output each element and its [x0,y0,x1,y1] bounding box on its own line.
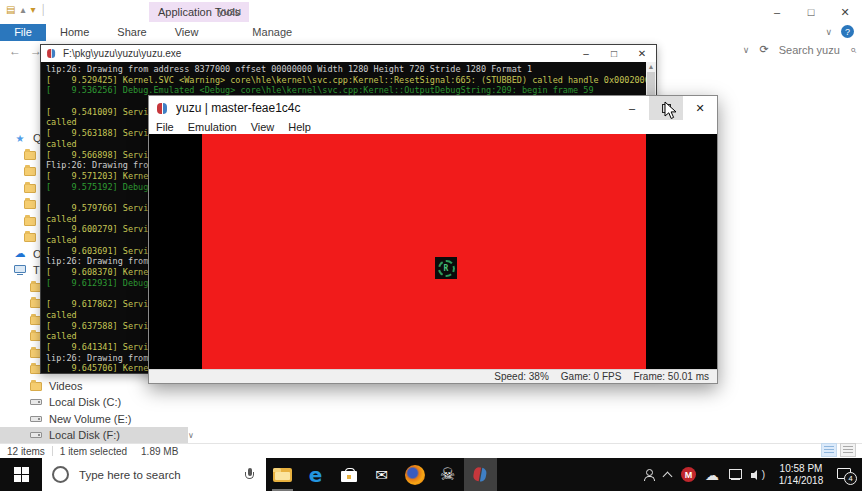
game-emblem: R [438,260,455,277]
sidebar-item-label: Local Disk (F:) [49,429,120,441]
address-dropdown-icon[interactable]: ∨ [743,45,750,55]
yuzu-app-icon [46,48,56,58]
people-icon[interactable] [642,468,655,481]
sidebar-item-icon [30,429,42,441]
system-tray: M ☁ ) 10:58 PM 1/14/2018 4 [642,458,862,491]
back-button[interactable]: ← [9,44,21,58]
windows-logo-icon [14,467,29,482]
sidebar-item[interactable]: New Volume (E:) [0,411,188,428]
yuzu-window: yuzu | master-feae1c4c – ✕ FileEmulation… [148,95,718,384]
details-view-toggle-icon[interactable] [821,443,837,457]
ribbon-tab[interactable]: File [0,24,46,41]
sidebar-item-icon [30,396,42,408]
yuzu-maximize-button[interactable] [649,96,683,120]
sidebar-item-icon [14,248,26,260]
yuzu-status-bar: Speed: 38% Game: 0 FPS Frame: 50.01 ms [149,369,717,383]
cortana-icon [52,466,69,483]
start-button[interactable] [0,458,42,491]
yuzu-menubar: FileEmulationViewHelp [149,120,717,134]
menu-item[interactable]: Help [281,121,318,133]
console-line: lip:26: Drawing from address 8377000 off… [46,64,646,75]
yuzu-app-icon [156,102,169,115]
tray-expand-chevron-icon[interactable] [664,471,672,479]
ribbon-collapse-icon[interactable]: ∨ [825,27,832,37]
taskbar-mail[interactable]: ✉ [365,458,398,491]
sidebar-item-label: Local Disk (C:) [49,396,121,408]
menu-item[interactable]: Emulation [181,121,244,133]
taskbar: Type here to search e ✉ ☠ M ☁ [0,458,862,491]
yuzu-window-title: yuzu | master-feae1c4c [176,101,301,115]
volume-icon[interactable]: ) [751,469,765,481]
status-game-fps: Game: 0 FPS [561,371,622,382]
ribbon-tab[interactable]: Share [103,24,160,41]
emulator-viewport: R [149,134,717,369]
file-explorer-icon [273,468,292,482]
qat-folder-icon[interactable]: ▤ [6,4,15,15]
yuzu-titlebar[interactable]: yuzu | master-feae1c4c – ✕ [149,96,717,120]
sidebar-item[interactable]: Local Disk (C:) [0,394,188,411]
ribbon-tab[interactable]: Home [46,24,103,41]
action-center-icon[interactable]: 4 [837,468,856,481]
sidebar-item-icon [30,413,42,425]
taskbar-skull-game[interactable]: ☠ [431,458,464,491]
sidebar-item-icon [24,182,36,194]
status-selected-count: 1 item selected [53,446,134,457]
taskbar-app-icons: e ✉ ☠ [266,458,497,491]
sidebar-item-label: New Volume (E:) [49,413,132,425]
taskbar-edge[interactable]: e [299,458,332,491]
qat-divider: │ [41,4,47,15]
ribbon-tab-row: FileHomeShareViewManage ∨ ? [0,24,862,42]
yuzu-minimize-button[interactable]: – [615,96,649,120]
edge-icon: e [309,465,323,485]
menu-item[interactable]: File [149,121,181,133]
sidebar-scroll-down-icon[interactable]: ∨ [188,431,194,440]
explorer-search-input[interactable]: Search yuzu [779,44,840,56]
sidebar-item-icon [24,165,36,177]
taskbar-search-box[interactable]: Type here to search [42,458,266,491]
sidebar-item-icon [24,231,36,243]
ribbon-tab[interactable]: View [161,24,213,41]
qat-up-icon[interactable]: ▴ [20,4,25,15]
taskbar-search-placeholder: Type here to search [79,469,245,481]
explorer-close-button[interactable]: ✕ [828,0,862,24]
sidebar-item-icon [24,198,36,210]
sidebar-item-icon [14,132,26,144]
status-speed: Speed: 38% [494,371,549,382]
yuzu-close-button[interactable]: ✕ [683,96,717,120]
network-icon[interactable] [728,469,742,480]
sidebar-item[interactable]: Local Disk (F:) [0,427,188,444]
taskbar-clock[interactable]: 10:58 PM 1/14/2018 [774,463,828,487]
taskbar-file-explorer[interactable] [266,458,299,491]
ribbon-tab[interactable]: Manage [238,24,306,41]
console-titlebar[interactable]: F:\pkg\yuzu\yuzu\yuzu.exe – □ ✕ [41,45,656,62]
game-loading-icon: R [435,257,457,279]
explorer-titlebar: ▤ ▴ ▾ │ Application Tools yuzu – □ ✕ [0,0,862,24]
menu-item[interactable]: View [244,121,282,133]
firefox-icon [405,465,425,485]
notification-badge: 4 [844,472,857,485]
clock-date: 1/14/2018 [774,475,828,487]
onedrive-icon[interactable]: ☁ [705,467,719,483]
scroll-up-icon[interactable]: ▲ [646,62,656,72]
microphone-icon[interactable] [245,468,254,482]
taskbar-yuzu[interactable] [464,458,497,491]
refresh-icon[interactable]: ⟳ [759,43,768,56]
restore-icon [662,104,671,113]
explorer-minimize-button[interactable]: – [760,0,794,24]
m-app-tray-icon[interactable]: M [681,467,696,482]
console-close-button[interactable]: ✕ [628,45,656,62]
console-minimize-button[interactable]: – [572,45,600,62]
quick-access-toolbar: ▤ ▴ ▾ │ [6,4,47,15]
qat-customize-icon[interactable]: ▾ [30,4,35,15]
status-frame-time: Frame: 50.01 ms [633,371,709,382]
game-render-area: R [202,134,646,369]
console-maximize-button[interactable]: □ [600,45,628,62]
taskbar-store[interactable] [332,458,365,491]
help-icon[interactable]: ? [841,25,854,38]
taskbar-firefox[interactable] [398,458,431,491]
explorer-window-title: yuzu [218,5,241,17]
sidebar-item-icon [30,380,42,392]
explorer-maximize-button[interactable]: □ [794,0,828,24]
sidebar-item-icon [24,149,36,161]
icons-view-toggle-icon[interactable] [840,443,856,457]
